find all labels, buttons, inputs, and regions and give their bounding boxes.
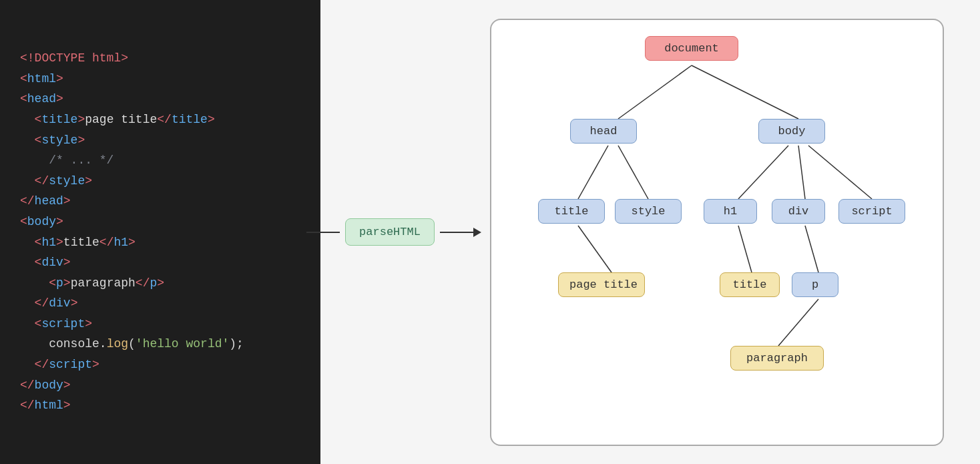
code-token: </ [20, 358, 49, 371]
svg-line-0 [618, 65, 692, 119]
code-line: <body> [20, 212, 300, 232]
node-p: p [792, 272, 838, 297]
code-token: > [63, 276, 71, 290]
svg-line-3 [618, 146, 648, 199]
svg-line-6 [808, 146, 872, 199]
svg-line-9 [805, 226, 818, 272]
code-line: </body> [20, 375, 300, 396]
tree-panel: document head body title style h1 [467, 0, 980, 464]
code-line: <script> [20, 314, 300, 334]
code-token: div [41, 256, 63, 269]
code-token: html [35, 399, 63, 412]
code-line: <!DOCTYPE html> [20, 48, 300, 69]
code-token: head [27, 92, 56, 105]
code-token: > [208, 113, 215, 126]
code-line: <head> [20, 89, 300, 109]
code-token: </ [20, 194, 35, 208]
tree-svg [491, 20, 943, 445]
code-token: </ [99, 236, 114, 249]
arrow-area: parseHTML [320, 218, 467, 246]
code-token: ); [229, 337, 244, 351]
code-line: </html> [20, 395, 300, 416]
node-script: script [838, 199, 905, 224]
code-token: log [107, 337, 128, 351]
code-token: </ [136, 276, 150, 290]
arrow-row: parseHTML [306, 218, 481, 246]
code-panel: <!DOCTYPE html><html><head> <title>page … [0, 0, 320, 464]
code-line: </div> [20, 293, 300, 314]
code-token: > [63, 399, 71, 412]
svg-line-4 [738, 146, 788, 199]
code-token: > [157, 276, 164, 290]
code-token: p [150, 276, 157, 290]
code-token: title [172, 113, 208, 126]
code-token: < [20, 134, 41, 147]
code-token: < [20, 276, 56, 290]
code-token: </ [20, 296, 49, 310]
code-token: body [27, 215, 56, 228]
code-line: <html> [20, 69, 300, 89]
svg-line-7 [578, 226, 611, 272]
code-token: > [85, 317, 92, 330]
code-token: < [20, 215, 27, 228]
code-token: body [35, 379, 63, 392]
node-head: head [570, 119, 637, 144]
code-line: <title>page title</title> [20, 109, 300, 130]
node-title-body: title [720, 272, 780, 297]
code-token: > [71, 296, 78, 310]
code-line: <h1>title</h1> [20, 232, 300, 253]
code-line: /* ... */ [20, 150, 300, 171]
code-token: </ [20, 379, 35, 392]
code-token: < [20, 236, 41, 249]
code-token: < [20, 256, 41, 269]
code-token: page title [85, 113, 157, 126]
code-token: script [41, 317, 85, 330]
node-div: div [772, 199, 825, 224]
code-token: html [27, 72, 56, 85]
code-token: > [128, 236, 136, 249]
code-line: <p>paragraph</p> [20, 273, 300, 294]
code-token: ( [128, 337, 136, 351]
code-token: 'hello world' [136, 337, 229, 351]
code-token: . [99, 337, 107, 351]
node-title-head: title [538, 199, 605, 224]
node-style: style [615, 199, 682, 224]
code-token: > [56, 215, 63, 228]
code-line: </style> [20, 171, 300, 192]
code-token: > [77, 134, 85, 147]
code-token: div [49, 296, 70, 310]
node-paragraph: paragraph [730, 346, 824, 371]
svg-line-2 [578, 146, 608, 199]
code-token: < [20, 113, 41, 126]
code-token: <!DOCTYPE html> [20, 51, 128, 65]
code-token: </ [20, 174, 49, 188]
svg-line-10 [778, 299, 818, 346]
code-token: > [63, 256, 71, 269]
svg-line-8 [738, 226, 752, 272]
node-page-title: page title [558, 272, 645, 297]
code-token: < [20, 317, 41, 330]
code-token: </ [20, 399, 35, 412]
code-token: > [56, 236, 63, 249]
code-token: console [20, 337, 99, 351]
code-line: <style> [20, 130, 300, 151]
code-token: head [35, 194, 63, 208]
code-line: </head> [20, 191, 300, 212]
svg-line-1 [692, 65, 798, 119]
code-token: < [20, 72, 27, 85]
code-token: > [77, 113, 85, 126]
code-token: < [20, 92, 27, 105]
node-h1: h1 [704, 199, 757, 224]
code-token: > [85, 174, 92, 188]
code-token: h1 [41, 236, 56, 249]
arrow-line-left [306, 232, 340, 233]
code-token: title [63, 236, 99, 249]
code-token: style [41, 134, 77, 147]
code-token: p [56, 276, 63, 290]
code-token: /* ... */ [20, 154, 113, 167]
code-token: > [56, 72, 63, 85]
code-token: > [92, 358, 99, 371]
code-token: script [49, 358, 92, 371]
code-line: <div> [20, 252, 300, 273]
code-token: paragraph [71, 276, 136, 290]
